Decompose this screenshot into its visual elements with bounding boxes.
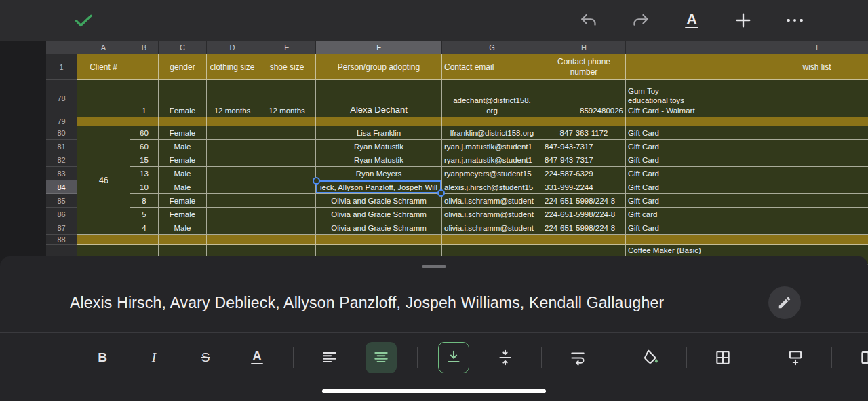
- vertical-align-center-button[interactable]: [490, 342, 521, 373]
- cell-A86[interactable]: [77, 208, 130, 221]
- cell-C79[interactable]: [159, 117, 207, 126]
- cell-E79[interactable]: [258, 117, 316, 126]
- cell-G83[interactable]: ryanpmeyers@student15: [442, 167, 542, 180]
- cell-G86[interactable]: olivia.i.schramm@student: [442, 208, 542, 221]
- cell-C87[interactable]: Male: [159, 221, 207, 235]
- row-header-84[interactable]: 84: [46, 180, 77, 194]
- done-check-button[interactable]: [68, 5, 99, 36]
- col-header-G[interactable]: G: [442, 41, 542, 54]
- cell-I78[interactable]: Gum Toyeducational toysGift Card - Walma…: [626, 80, 868, 117]
- cell-I81[interactable]: Gift Card: [626, 140, 868, 153]
- cell-D88[interactable]: [207, 235, 258, 245]
- cell-A87[interactable]: [77, 221, 130, 235]
- cell-F80[interactable]: Lisa Franklin: [316, 126, 442, 140]
- cell-D83[interactable]: [207, 167, 258, 180]
- cell-F78[interactable]: Alexa Dechant: [316, 80, 442, 117]
- cell-I83[interactable]: Gift Card: [626, 167, 868, 180]
- cell-A1[interactable]: Client #: [77, 54, 130, 80]
- cell-G85[interactable]: olivia.i.schramm@student: [442, 194, 542, 208]
- cell-F88[interactable]: [316, 235, 442, 245]
- cell-G84[interactable]: alexis.j.hirsch@student15: [442, 180, 542, 194]
- col-header-I[interactable]: I: [626, 41, 868, 54]
- redo-button[interactable]: [625, 5, 656, 36]
- col-header-F[interactable]: F: [316, 41, 442, 54]
- col-header-A[interactable]: A: [77, 41, 130, 54]
- cell-H1[interactable]: Contact phone number: [542, 54, 626, 80]
- cell-H85[interactable]: 224-651-5998/224-8: [542, 194, 626, 208]
- cell-G1[interactable]: Contact email: [442, 54, 542, 80]
- cell-B83[interactable]: 13: [130, 167, 159, 180]
- cell-C88[interactable]: [159, 235, 207, 245]
- cell-D79[interactable]: [207, 117, 258, 126]
- cell-B86[interactable]: 5: [130, 208, 159, 221]
- cell-E78[interactable]: 12 months: [258, 80, 316, 117]
- row-header-83[interactable]: 83: [46, 167, 77, 180]
- cell-E85[interactable]: [258, 194, 316, 208]
- cell-A79[interactable]: [77, 117, 130, 126]
- row-header-80[interactable]: 80: [46, 126, 77, 140]
- cell-B82[interactable]: 15: [130, 153, 159, 167]
- cell-B81[interactable]: 60: [130, 140, 159, 153]
- cell-I84[interactable]: Gift Card: [626, 180, 868, 194]
- cell-content-text[interactable]: Alexis Hirsch, Avary Deblieck, Allyson P…: [70, 294, 664, 312]
- cell-I82[interactable]: Gift Card: [626, 153, 868, 167]
- cell-F82[interactable]: Ryan Matustik: [316, 153, 442, 167]
- cell-B84[interactable]: 10: [130, 180, 159, 194]
- vertical-align-bottom-button[interactable]: [438, 342, 469, 373]
- cell-H86[interactable]: 224-651-5998/224-8: [542, 208, 626, 221]
- cell-D82[interactable]: [207, 153, 258, 167]
- cell-H81[interactable]: 847-943-7317: [542, 140, 626, 153]
- cell-F84[interactable]: ieck, Allyson Panzloff, Jospeh Will: [316, 180, 442, 194]
- cell-C1[interactable]: gender: [159, 54, 207, 80]
- home-indicator[interactable]: [322, 389, 546, 393]
- cell-D81[interactable]: [207, 140, 258, 153]
- edit-cell-button[interactable]: [768, 286, 801, 319]
- cell-H80[interactable]: 847-363-1172: [542, 126, 626, 140]
- cell-A88[interactable]: [77, 235, 130, 245]
- row-header-78[interactable]: 78: [46, 80, 77, 117]
- select-all-corner[interactable]: [46, 41, 77, 54]
- cell-A83[interactable]: [77, 167, 130, 180]
- cell-H88[interactable]: [542, 235, 626, 245]
- align-center-button[interactable]: [366, 342, 397, 373]
- row-header-79[interactable]: 79: [46, 117, 77, 126]
- cell-E87[interactable]: [258, 221, 316, 235]
- cell-C86[interactable]: Female: [159, 208, 207, 221]
- cell-I1[interactable]: wish list: [626, 54, 868, 80]
- cell-D80[interactable]: [207, 126, 258, 140]
- cell-D1[interactable]: clothing size: [207, 54, 258, 80]
- cell-C85[interactable]: Female: [159, 194, 207, 208]
- cell-I85[interactable]: Gift Card: [626, 194, 868, 208]
- strikethrough-button[interactable]: S: [190, 342, 221, 373]
- cell-C84[interactable]: Male: [159, 180, 207, 194]
- cell-C82[interactable]: Female: [159, 153, 207, 167]
- insert-column-right-button[interactable]: [852, 342, 868, 373]
- text-color-button[interactable]: A: [241, 342, 273, 373]
- cell-D84[interactable]: [207, 180, 258, 194]
- cell-G87[interactable]: olivia.i.schramm@student: [442, 221, 542, 235]
- cell-D87[interactable]: [207, 221, 258, 235]
- cell-G79[interactable]: [442, 117, 542, 126]
- bold-button[interactable]: B: [87, 342, 118, 373]
- cell-G81[interactable]: ryan.j.matustik@student1: [442, 140, 542, 153]
- cell-F81[interactable]: Ryan Matustik: [316, 140, 442, 153]
- more-options-button[interactable]: [779, 5, 810, 36]
- text-format-button[interactable]: A: [676, 5, 707, 36]
- cell-H79[interactable]: [542, 117, 626, 126]
- col-header-D[interactable]: D: [207, 41, 258, 54]
- row-header-88[interactable]: 88: [46, 235, 77, 245]
- row-header-1[interactable]: 1: [46, 54, 77, 80]
- cell-B78[interactable]: 1: [130, 80, 159, 117]
- cell-I80[interactable]: Gift Card: [626, 126, 868, 140]
- cell-I86[interactable]: Gift card: [626, 208, 868, 221]
- col-header-H[interactable]: H: [542, 41, 626, 54]
- cell-B85[interactable]: 8: [130, 194, 159, 208]
- cell-H78[interactable]: 8592480026: [542, 80, 626, 117]
- cell-I79[interactable]: [626, 117, 868, 126]
- cell-E84[interactable]: [258, 180, 316, 194]
- row-header-85[interactable]: 85: [46, 194, 77, 208]
- cell-H87[interactable]: 224-651-5998/224-8: [542, 221, 626, 235]
- cell-C83[interactable]: Male: [159, 167, 207, 180]
- cell-C81[interactable]: Male: [159, 140, 207, 153]
- cell-D78[interactable]: 12 months: [207, 80, 258, 117]
